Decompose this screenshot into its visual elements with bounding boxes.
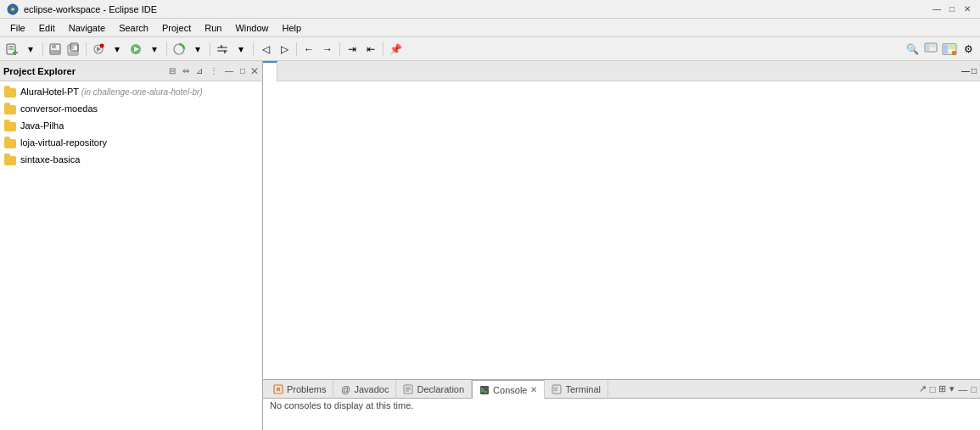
minimize-button[interactable]: — — [931, 3, 943, 15]
tab-javadoc-label: Javadoc — [354, 384, 389, 394]
menu-run[interactable]: Run — [198, 21, 228, 35]
project-label: Java-Pilha — [20, 120, 64, 131]
bottom-panel-controls: ↗ □ ⊞ ▾ — □ — [919, 383, 977, 394]
sep7 — [339, 42, 340, 56]
ext-tools-button[interactable] — [214, 41, 231, 58]
coverage-button[interactable] — [171, 41, 188, 58]
save-button[interactable] — [47, 41, 64, 58]
sep1 — [42, 42, 43, 56]
new-button[interactable] — [3, 41, 20, 58]
menu-navigate[interactable]: Navigate — [62, 21, 112, 35]
close-panel-button[interactable]: ✕ — [250, 65, 259, 77]
next-edit-button[interactable]: ▷ — [276, 41, 293, 58]
tab-javadoc[interactable]: @ Javadoc — [333, 380, 396, 399]
run-button[interactable] — [127, 41, 144, 58]
svg-point-31 — [952, 50, 956, 54]
maximize-button[interactable]: □ — [946, 3, 958, 15]
display-dropdown[interactable]: ▾ — [949, 383, 955, 394]
prev-edit-button[interactable]: ◁ — [257, 41, 274, 58]
list-item[interactable]: Java-Pilha — [0, 117, 262, 134]
folder-icon — [3, 85, 17, 98]
menu-help[interactable]: Help — [276, 21, 309, 35]
open-in-editor-button[interactable]: ↗ — [919, 383, 927, 394]
project-tree: AluraHotel-PT (in challenge-one-alura-ho… — [0, 81, 262, 430]
list-item[interactable]: conversor-moedas — [0, 100, 262, 117]
minimize-editor-button[interactable]: — — [961, 66, 970, 75]
svg-rect-30 — [949, 44, 955, 48]
maximize-panel-button[interactable]: □ — [238, 66, 247, 75]
window-title: eclipse-workspace - Eclipse IDE — [24, 4, 931, 14]
close-button[interactable]: ✕ — [961, 3, 973, 15]
sep4 — [210, 42, 210, 56]
tab-console[interactable]: Console ✕ — [472, 380, 545, 399]
toolbar: ▾ ▾ — [0, 37, 980, 61]
menu-search[interactable]: Search — [112, 21, 155, 35]
menu-edit[interactable]: Edit — [32, 21, 62, 35]
menu-project[interactable]: Project — [155, 21, 198, 35]
debug-dropdown[interactable]: ▾ — [109, 41, 126, 58]
next-button[interactable]: → — [319, 41, 336, 58]
project-label: conversor-moedas — [20, 103, 98, 114]
title-bar: eclipse-workspace - Eclipse IDE — □ ✕ — [0, 0, 980, 19]
menu-bar: File Edit Navigate Search Project Run Wi… — [0, 19, 980, 37]
bottom-panel: Problems @ Javadoc — [263, 379, 980, 430]
problems-icon — [273, 384, 283, 394]
prev-button[interactable]: ← — [300, 41, 317, 58]
list-item[interactable]: loja-virtual-repository — [0, 134, 262, 151]
editor-tab[interactable] — [263, 61, 277, 81]
editor-panel-controls: — □ — [961, 66, 980, 75]
minimize-bottom-button[interactable]: — — [958, 384, 967, 394]
view-menu-button[interactable]: ⋮ — [208, 66, 220, 75]
menu-file[interactable]: File — [3, 21, 32, 35]
svg-rect-26 — [926, 44, 930, 51]
maximize-bottom-button[interactable]: □ — [971, 384, 977, 394]
tab-console-close[interactable]: ✕ — [530, 385, 537, 394]
menu-window[interactable]: Window — [228, 21, 275, 35]
minimize-panel-button[interactable]: — — [223, 66, 235, 75]
javadoc-icon: @ — [340, 384, 350, 394]
save-all-button[interactable] — [65, 41, 82, 58]
new-console-button[interactable]: □ — [930, 384, 936, 394]
tab-terminal-label: Terminal — [565, 384, 601, 394]
declaration-icon — [403, 384, 413, 394]
window-controls: — □ ✕ — [931, 3, 973, 15]
folder-icon — [3, 119, 17, 132]
sep3 — [166, 42, 167, 56]
collapse-all-button[interactable]: ⊟ — [167, 66, 177, 75]
debug-button[interactable] — [90, 41, 107, 58]
pin-button[interactable]: 📌 — [387, 41, 404, 58]
list-item[interactable]: AluraHotel-PT (in challenge-one-alura-ho… — [0, 83, 262, 100]
tab-terminal[interactable]: ⊞ Terminal — [545, 380, 608, 399]
gear-icon[interactable]: ⚙ — [960, 41, 977, 58]
terminal-icon: ⊞ — [552, 384, 562, 394]
open-perspective-button[interactable] — [922, 41, 939, 58]
list-item[interactable]: sintaxe-basica — [0, 151, 262, 168]
perspective-button[interactable] — [941, 41, 958, 58]
search-button[interactable]: 🔍 — [904, 41, 921, 58]
svg-text:⊞: ⊞ — [553, 386, 558, 392]
console-message: No consoles to display at this time. — [270, 400, 413, 410]
ext-tools-dropdown[interactable]: ▾ — [232, 41, 249, 58]
forward-button[interactable]: ⇥ — [344, 41, 361, 58]
back-button[interactable]: ⇤ — [362, 41, 379, 58]
project-label: loja-virtual-repository — [20, 137, 107, 148]
folder-icon — [3, 136, 17, 149]
tab-problems[interactable]: Problems — [266, 380, 333, 399]
bottom-tabs: Problems @ Javadoc — [263, 380, 980, 399]
svg-rect-13 — [69, 52, 77, 55]
center-right: — □ — [263, 61, 980, 430]
coverage-dropdown[interactable]: ▾ — [189, 41, 206, 58]
link-editor-button[interactable]: ⇔ — [181, 66, 191, 75]
panel-header: Project Explorer ⊟ ⇔ ⊿ ⋮ — □ ✕ — [0, 61, 262, 81]
content-area: Project Explorer ⊟ ⇔ ⊿ ⋮ — □ ✕ AluraHote… — [0, 61, 980, 430]
run-dropdown[interactable]: ▾ — [146, 41, 163, 58]
new-dropdown[interactable]: ▾ — [22, 41, 39, 58]
tab-declaration[interactable]: Declaration — [396, 380, 472, 399]
display-options-button[interactable]: ⊞ — [938, 383, 946, 394]
editor-and-bottom: — □ — [263, 61, 980, 430]
svg-rect-29 — [944, 44, 948, 53]
maximize-editor-button[interactable]: □ — [972, 66, 977, 75]
filter-button[interactable]: ⊿ — [194, 66, 204, 75]
console-icon — [479, 385, 490, 395]
bottom-content: No consoles to display at this time. — [263, 399, 980, 430]
